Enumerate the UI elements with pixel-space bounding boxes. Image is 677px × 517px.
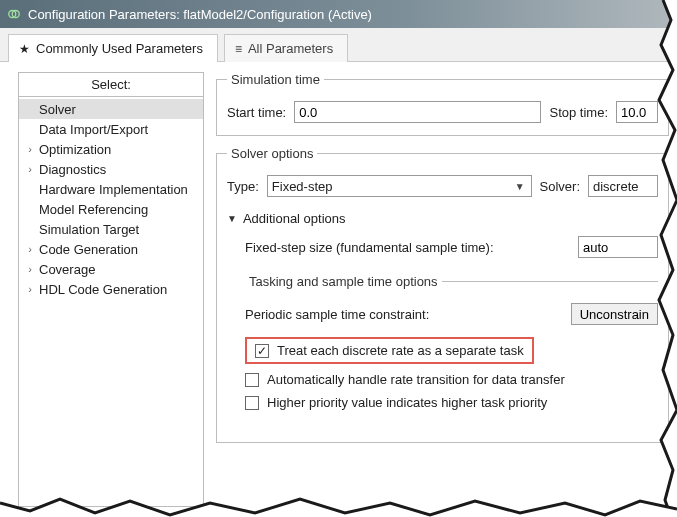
window-title: Configuration Parameters: flatModel2/Con… (28, 7, 372, 22)
stop-time-input[interactable] (616, 101, 658, 123)
solver-type-label: Type: (227, 179, 259, 194)
combo-text: discrete (593, 179, 639, 194)
chevron-down-icon: ▼ (511, 181, 529, 192)
fixed-step-size-input[interactable] (578, 236, 658, 258)
sidebar-item-label: Solver (37, 102, 76, 117)
combo-text: Fixed-step (272, 179, 333, 194)
group-legend: Tasking and sample time options (245, 274, 442, 289)
tab-all-parameters[interactable]: ≡ All Parameters (224, 34, 348, 62)
sidebar-item-hdl-code-generation[interactable]: ›HDL Code Generation (19, 279, 203, 299)
sidebar-header: Select: (19, 73, 203, 97)
chevron-right-icon: › (23, 243, 37, 255)
group-legend: Simulation time (227, 72, 324, 87)
sidebar-item-code-generation[interactable]: ›Code Generation (19, 239, 203, 259)
star-icon: ★ (19, 43, 30, 55)
solver-select[interactable]: discrete (588, 175, 658, 197)
sidebar-item-label: Model Referencing (37, 202, 148, 217)
solver-type-select[interactable]: Fixed-step ▼ (267, 175, 532, 197)
sidebar-item-model-referencing[interactable]: Model Referencing (19, 199, 203, 219)
tabstrip: ★ Commonly Used Parameters ≡ All Paramet… (0, 28, 677, 62)
tab-label: All Parameters (248, 41, 333, 56)
sidebar-item-diagnostics[interactable]: ›Diagnostics (19, 159, 203, 179)
sidebar-item-label: Code Generation (37, 242, 138, 257)
checkbox-label: Treat each discrete rate as a separate t… (277, 343, 524, 358)
solver-options-group: Solver options Type: Fixed-step ▼ Solver… (216, 146, 669, 443)
sidebar-item-solver[interactable]: Solver (19, 99, 203, 119)
sidebar-item-label: Simulation Target (37, 222, 139, 237)
tab-commonly-used[interactable]: ★ Commonly Used Parameters (8, 34, 218, 62)
simulation-time-group: Simulation time Start time: Stop time: (216, 72, 669, 136)
disclosure-label: Additional options (243, 211, 346, 226)
checkbox-label: Higher priority value indicates higher t… (267, 395, 547, 410)
checkbox-separate-task[interactable]: ✓ (255, 344, 269, 358)
checkbox-priority[interactable] (245, 396, 259, 410)
sidebar-item-label: HDL Code Generation (37, 282, 167, 297)
titlebar: Configuration Parameters: flatModel2/Con… (0, 0, 677, 28)
sample-time-constraint-label: Periodic sample time constraint: (245, 307, 563, 322)
checkbox-label: Automatically handle rate transition for… (267, 372, 565, 387)
highlight-separate-task: ✓ Treat each discrete rate as a separate… (245, 337, 534, 364)
checkbox-rate-transition[interactable] (245, 373, 259, 387)
dialog-body: Select: SolverData Import/Export›Optimiz… (0, 62, 677, 517)
fixed-step-size-label: Fixed-step size (fundamental sample time… (245, 240, 570, 255)
category-sidebar: Select: SolverData Import/Export›Optimiz… (18, 72, 204, 507)
sidebar-item-label: Diagnostics (37, 162, 106, 177)
sidebar-item-optimization[interactable]: ›Optimization (19, 139, 203, 159)
sidebar-item-simulation-target[interactable]: Simulation Target (19, 219, 203, 239)
chevron-right-icon: › (23, 263, 37, 275)
additional-options-toggle[interactable]: ▼ Additional options (227, 211, 658, 226)
tab-label: Commonly Used Parameters (36, 41, 203, 56)
chevron-right-icon: › (23, 143, 37, 155)
main-panel: Simulation time Start time: Stop time: S… (216, 72, 677, 507)
sidebar-item-label: Coverage (37, 262, 95, 277)
sidebar-item-coverage[interactable]: ›Coverage (19, 259, 203, 279)
sidebar-item-label: Optimization (37, 142, 111, 157)
solver-label: Solver: (540, 179, 580, 194)
start-time-input[interactable] (294, 101, 541, 123)
sidebar-item-hardware-implementation[interactable]: Hardware Implementation (19, 179, 203, 199)
stop-time-label: Stop time: (549, 105, 608, 120)
chevron-right-icon: › (23, 283, 37, 295)
app-icon (6, 6, 22, 22)
sidebar-item-label: Hardware Implementation (37, 182, 188, 197)
list-icon: ≡ (235, 43, 242, 55)
config-params-window: Configuration Parameters: flatModel2/Con… (0, 0, 677, 517)
category-tree: SolverData Import/Export›Optimization›Di… (19, 97, 203, 301)
chevron-right-icon: › (23, 163, 37, 175)
group-legend: Solver options (227, 146, 317, 161)
triangle-down-icon: ▼ (227, 213, 237, 224)
start-time-label: Start time: (227, 105, 286, 120)
sidebar-item-data-import-export[interactable]: Data Import/Export (19, 119, 203, 139)
sidebar-item-label: Data Import/Export (37, 122, 148, 137)
tasking-group: Tasking and sample time options Periodic… (245, 274, 658, 418)
unconstrain-button[interactable]: Unconstrain (571, 303, 658, 325)
